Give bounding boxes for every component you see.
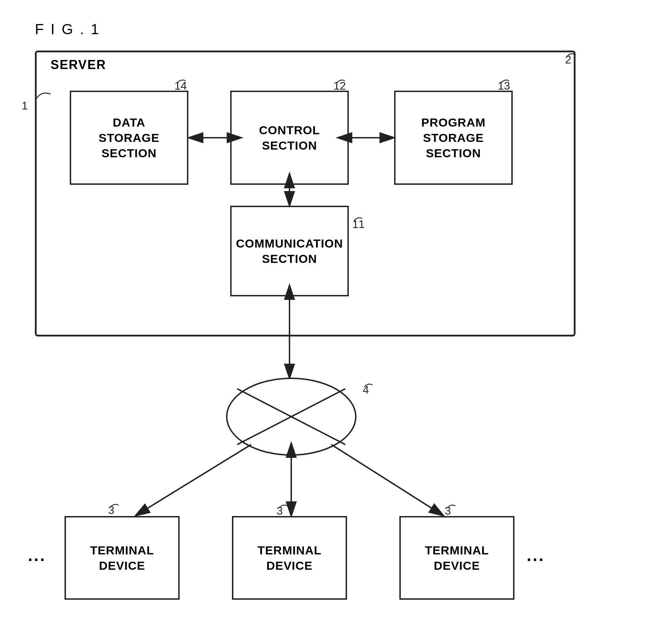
terminal-device-left: TERMINALDEVICE (65, 516, 180, 600)
ref-num-1: 1 (22, 99, 28, 112)
ref-num-11: 11 (352, 218, 365, 231)
control-section-box: CONTROLSECTION (230, 91, 349, 185)
ref-num-3c: 3 (445, 505, 451, 517)
dots-right: ... (527, 546, 545, 565)
terminal-device-right: TERMINALDEVICE (399, 516, 514, 600)
svg-point-7 (227, 378, 356, 455)
data-storage-box: DATASTORAGESECTION (70, 91, 188, 185)
program-storage-box: PROGRAMSTORAGESECTION (394, 91, 513, 185)
communication-section-box: COMMUNICATIONSECTION (230, 206, 349, 296)
server-label: SERVER (51, 58, 106, 72)
svg-line-8 (237, 389, 345, 445)
ref-num-3b: 3 (277, 505, 283, 517)
svg-line-10 (136, 445, 251, 515)
svg-line-12 (331, 445, 443, 515)
ref-num-3a: 3 (108, 504, 114, 517)
ref-num-2: 2 (565, 53, 571, 66)
dots-left: ... (28, 546, 46, 565)
svg-line-9 (237, 389, 345, 445)
figure-label: F I G . 1 (35, 21, 100, 38)
ref-num-4: 4 (363, 384, 369, 396)
terminal-device-center: TERMINALDEVICE (232, 516, 347, 600)
